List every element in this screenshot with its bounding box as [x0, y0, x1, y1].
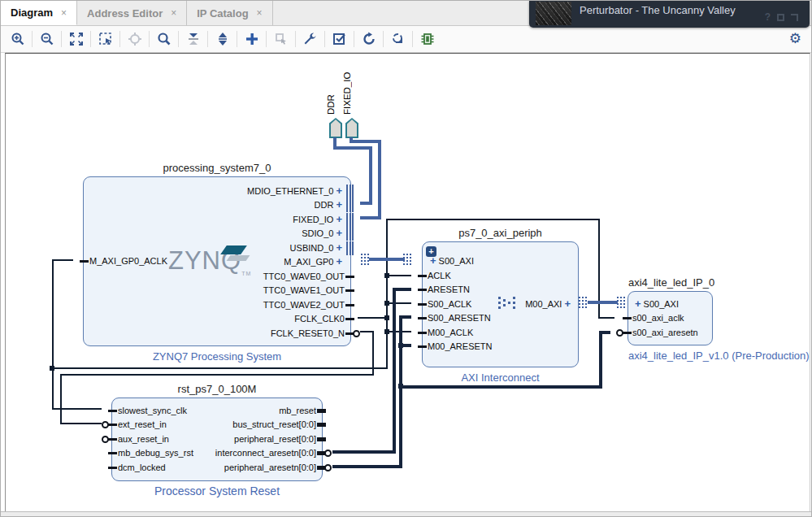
block-axi4-lite-led-ip[interactable]: axi4_lite_led_IP_0 axi4_lite_led_IP_v1.0… — [627, 291, 713, 345]
expand-icon[interactable] — [211, 29, 234, 49]
optimize-routing-icon[interactable] — [386, 29, 410, 49]
customize-icon[interactable] — [298, 29, 322, 49]
port-s00-axi-aresetn[interactable]: s00_axi_aresetn — [632, 325, 712, 340]
diagram-toolbar: ⚙ — [1, 26, 811, 53]
wire-reset[interactable] — [60, 374, 374, 376]
block-processing-system7[interactable]: processing_system7_0 ZYNQ7 Processing Sy… — [83, 176, 351, 346]
close-icon[interactable]: × — [171, 7, 176, 19]
port-aclk[interactable]: ACLK — [428, 268, 525, 283]
port-bus-struct-reset[interactable]: bus_struct_reset[0:0] — [186, 418, 316, 432]
external-port-ddr[interactable] — [329, 118, 342, 138]
wire-m00-axi[interactable] — [588, 301, 618, 304]
settings-gear-icon[interactable]: ⚙ — [789, 30, 801, 48]
wire-reset[interactable] — [372, 331, 374, 376]
wire-ddr[interactable] — [369, 146, 372, 205]
tab-address-editor[interactable]: Address Editor × — [77, 1, 187, 25]
expand-interface-icon[interactable]: + — [336, 229, 342, 237]
expand-interface-icon[interactable]: + — [336, 201, 342, 209]
wire-peripheral-aresetn[interactable] — [399, 385, 602, 389]
wire-reset[interactable] — [60, 423, 102, 424]
zoom-in-icon[interactable] — [6, 29, 29, 49]
expand-interface-icon[interactable]: + — [336, 187, 342, 195]
port-m00-axi[interactable]: M00_AXI+ — [516, 297, 573, 311]
wire-clk[interactable] — [386, 275, 411, 276]
port-mb-reset[interactable]: mb_reset — [186, 403, 316, 418]
port-m-axi-gp0[interactable]: M_AXI_GP0+ — [215, 255, 345, 270]
port-m00-aresetn[interactable]: M00_ARESETN — [428, 340, 525, 354]
wire-clk[interactable] — [598, 317, 614, 319]
port-peripheral-reset[interactable]: peripheral_reset[0:0] — [186, 432, 316, 446]
tab-ip-catalog[interactable]: IP Catalog × — [187, 1, 272, 25]
validate-icon[interactable] — [328, 29, 351, 49]
close-icon[interactable]: × — [257, 7, 263, 19]
port-sdio-0[interactable]: SDIO_0+ — [215, 227, 345, 241]
expand-interface-icon[interactable]: + — [635, 300, 641, 308]
port-fixed-io[interactable]: FIXED_IO+ — [215, 212, 345, 227]
diagram-canvas[interactable]: DDR FIXED_IO — [5, 53, 810, 514]
port-s00-aresetn[interactable]: S00_ARESETN — [428, 311, 525, 326]
wire-peripheral-aresetn[interactable] — [599, 331, 610, 334]
port-ttc0-wave0-out[interactable]: TTC0_WAVE0_OUT — [215, 269, 345, 284]
expand-interface-icon[interactable]: + — [430, 257, 436, 265]
wire-fixed-io[interactable] — [378, 140, 381, 219]
open-icon[interactable] — [791, 14, 798, 21]
wire-peripheral-aresetn[interactable] — [399, 315, 411, 319]
port-m-axi-gp0-aclk[interactable]: M_AXI_GP0_ACLK — [89, 254, 187, 268]
wire-peripheral-aresetn[interactable] — [332, 465, 402, 468]
expand-interface-icon[interactable]: + — [564, 300, 571, 308]
search-icon[interactable] — [152, 29, 176, 49]
wire-m-axi-gp0[interactable] — [369, 258, 405, 261]
close-icon[interactable]: × — [61, 7, 67, 19]
wire-clk[interactable] — [358, 317, 388, 319]
wire-clk[interactable] — [52, 367, 387, 369]
expand-interface-icon[interactable]: + — [336, 215, 342, 224]
wire-reset[interactable] — [60, 374, 62, 424]
wire-clk[interactable] — [386, 219, 600, 220]
expand-interface-icon[interactable]: + — [336, 258, 342, 266]
port-fclk-clk0[interactable]: FCLK_CLK0 — [215, 312, 345, 327]
port-s00-axi[interactable]: +S00_AXI — [632, 297, 712, 311]
port-s00-axi[interactable]: +S00_AXI — [428, 254, 525, 269]
wire-peripheral-aresetn[interactable] — [599, 331, 602, 389]
wire-clk[interactable] — [386, 302, 411, 304]
port-fclk-reset0-n[interactable]: FCLK_RESET0_N — [215, 326, 345, 341]
wire-clk[interactable] — [53, 259, 73, 261]
regenerate-layout-icon[interactable] — [357, 29, 380, 49]
port-ddr[interactable]: DDR+ — [215, 198, 345, 213]
zoom-out-icon[interactable] — [35, 29, 59, 49]
port-s00-aclk[interactable]: S00_ACLK — [428, 297, 525, 311]
collapse-icon[interactable] — [181, 29, 205, 49]
port-usbind-0[interactable]: USBIND_0+ — [215, 241, 345, 255]
wire-peripheral-aresetn[interactable] — [399, 315, 402, 468]
wire-interconnect-aresetn[interactable] — [393, 288, 411, 291]
media-notification[interactable]: Perturbator - The Uncanny Valley ? — [529, 1, 810, 28]
wire-interconnect-aresetn[interactable] — [332, 450, 396, 454]
wire-fixed-io[interactable] — [350, 140, 381, 143]
expand-interface-icon[interactable]: + — [336, 244, 342, 252]
port-ttc0-wave1-out[interactable]: TTC0_WAVE1_OUT — [215, 284, 345, 298]
zoom-to-selection-icon[interactable] — [93, 29, 117, 49]
port-aresetn[interactable]: ARESETN — [428, 283, 525, 298]
block-axi-interconnect[interactable]: ps7_0_axi_periph AXI Interconnect + +S00… — [422, 241, 579, 367]
port-mdio-ethernet-0[interactable]: MDIO_ETHERNET_0+ — [215, 184, 345, 198]
create-hierarchy-icon[interactable] — [415, 29, 439, 49]
wire-interconnect-aresetn[interactable] — [393, 288, 396, 454]
tab-diagram[interactable]: Diagram × — [1, 1, 77, 25]
port-s00-axi-aclk[interactable]: s00_axi_aclk — [632, 311, 712, 326]
help-icon[interactable]: ? — [765, 11, 771, 23]
wire-clk[interactable] — [386, 219, 388, 369]
port-m00-aclk[interactable]: M00_ACLK — [428, 325, 525, 340]
external-port-fixed-io[interactable] — [345, 118, 358, 138]
wire-fixed-io[interactable] — [360, 216, 381, 219]
port-peripheral-aresetn[interactable]: peripheral_aresetn[0:0] — [186, 460, 316, 475]
block-caption: Processor System Reset — [112, 484, 322, 497]
block-proc-sys-reset[interactable]: rst_ps7_0_100M Processor System Reset sl… — [111, 398, 323, 481]
wire-clk[interactable] — [52, 259, 54, 409]
wire-ddr[interactable] — [360, 202, 372, 205]
wire-ddr[interactable] — [333, 146, 372, 150]
zoom-fit-icon[interactable] — [64, 29, 88, 49]
add-ip-icon[interactable] — [240, 29, 263, 49]
port-ttc0-wave2-out[interactable]: TTC0_WAVE2_OUT — [215, 298, 345, 312]
port-interconnect-aresetn[interactable]: interconnect_aresetn[0:0] — [186, 446, 316, 461]
stop-icon[interactable] — [777, 14, 784, 21]
